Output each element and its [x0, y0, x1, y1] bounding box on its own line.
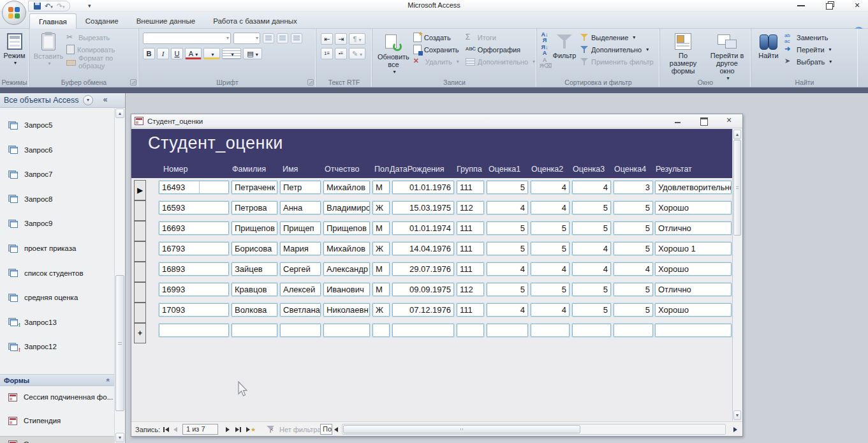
record-selector[interactable]	[134, 221, 146, 241]
new-record-cell[interactable]	[392, 324, 454, 337]
cell-r1-c9[interactable]: 4	[531, 181, 570, 194]
replace-button[interactable]: abac Заменить	[783, 31, 833, 43]
cell-r4-c5[interactable]: Ж	[372, 242, 390, 255]
align-left-icon[interactable]	[263, 33, 274, 43]
redo-icon[interactable]: ↷▾	[57, 2, 65, 10]
cell-r7-c1[interactable]: 17093	[159, 303, 229, 317]
nav-section-forms[interactable]: Формы«	[0, 374, 114, 386]
sort-descending-icon[interactable]: Я↓А	[540, 45, 550, 56]
format-painter-button[interactable]: Формат по образцу	[65, 56, 136, 68]
nav-pane-collapse-icon[interactable]: «	[99, 94, 111, 106]
record-selector-current[interactable]: ▶	[134, 180, 146, 200]
record-selector[interactable]	[134, 303, 146, 323]
cell-r3-c2[interactable]: Прищепов	[232, 222, 277, 235]
app-close-button[interactable]: ×	[853, 1, 862, 10]
cell-r3-c12[interactable]: Отлично	[655, 222, 732, 235]
refresh-all-button[interactable]: Обновить все	[375, 31, 412, 78]
cell-r4-c2[interactable]: Борисова	[232, 242, 277, 255]
numbered-list-icon[interactable]: 1≡	[321, 48, 333, 59]
cell-r2-c9[interactable]: 4	[531, 201, 570, 214]
last-record-button[interactable]	[235, 422, 241, 437]
cell-r3-c6[interactable]: 01.01.1974	[392, 222, 454, 235]
record-selector-new[interactable]: +	[134, 323, 146, 343]
nav-item-2[interactable]: Запрос6	[0, 142, 114, 158]
new-record-cell[interactable]	[655, 324, 732, 337]
record-selector[interactable]	[134, 241, 146, 262]
nav-form-item-2[interactable]: Стипендия	[0, 412, 114, 429]
nav-item-9[interactable]: +!Запрос13	[0, 315, 114, 330]
cell-r7-c11[interactable]: 5	[614, 303, 653, 317]
new-record-cell[interactable]	[572, 324, 611, 337]
select-button[interactable]: ➤ Выбрать	[783, 56, 833, 68]
goto-button[interactable]: ➜ Перейти	[783, 43, 833, 56]
cell-r7-c9[interactable]: 4	[531, 303, 570, 317]
nav-item-10[interactable]: ✕!Запрос12	[0, 339, 114, 354]
cell-r6-c5[interactable]: М	[372, 283, 390, 296]
nav-form-item-3[interactable]: Студент	[0, 436, 114, 443]
nav-item-1[interactable]: Запрос5	[0, 117, 114, 133]
form-hscroll-thumb[interactable]	[343, 425, 580, 433]
tab-rabota-s-bazami[interactable]: Работа с базами данных	[204, 13, 306, 29]
cell-r6-c2[interactable]: Кравцов	[232, 283, 277, 296]
toggle-filter-button[interactable]: Применить фильтр	[579, 56, 655, 68]
font-dialog-launcher[interactable]: ◿	[307, 79, 314, 86]
new-record-cell[interactable]	[232, 324, 277, 337]
cell-r6-c11[interactable]: 5	[614, 283, 653, 296]
cell-r6-c10[interactable]: 5	[572, 283, 611, 296]
record-selector[interactable]	[134, 282, 146, 303]
cell-r3-c1[interactable]: 16693	[159, 222, 229, 235]
record-search-box[interactable]: По	[320, 424, 332, 435]
new-record-cell[interactable]	[457, 324, 484, 337]
cell-r1-c6[interactable]: 01.01.1976	[392, 181, 454, 194]
cell-r1-c10[interactable]: 4	[572, 181, 611, 194]
cell-r5-c9[interactable]: 4	[531, 262, 570, 276]
form-close-button[interactable]: ×	[725, 116, 733, 125]
advanced-filter-button[interactable]: Дополнительно	[579, 43, 655, 56]
cell-r7-c7[interactable]: 111	[457, 303, 484, 317]
bullet-list-icon[interactable]: •≡	[335, 48, 347, 59]
fill-color-button[interactable]	[203, 48, 220, 59]
cell-r2-c2[interactable]: Петрова	[232, 201, 277, 214]
cell-r2-c4[interactable]: Владимиро	[323, 201, 370, 214]
cell-r5-c12[interactable]: Хорошо	[655, 262, 732, 276]
cell-r6-c12[interactable]: Отлично	[655, 283, 732, 296]
cell-r3-c11[interactable]: 5	[614, 222, 653, 235]
cell-r5-c8[interactable]: 4	[487, 262, 528, 276]
selection-button[interactable]: Выделение	[579, 31, 655, 43]
cell-r2-c1[interactable]: 16593	[159, 201, 229, 214]
spelling-button[interactable]: ABC✓ Орфография	[464, 43, 536, 56]
cell-r4-c7[interactable]: 111	[457, 242, 484, 255]
cell-r1-c1[interactable]: 16493	[159, 181, 229, 194]
paste-button[interactable]: Вставить	[32, 31, 65, 70]
nav-scrollbar-thumb[interactable]	[115, 275, 124, 411]
cell-r4-c12[interactable]: Хорошо 1	[655, 242, 732, 255]
new-record-button[interactable]: ★ Создать	[412, 31, 460, 43]
form-maximize-button[interactable]	[699, 116, 708, 125]
next-record-button[interactable]	[226, 422, 230, 437]
cell-r1-c5[interactable]: М	[372, 181, 390, 194]
cell-r5-c4[interactable]: Александр	[323, 262, 370, 276]
cell-r1-c8[interactable]: 5	[487, 181, 528, 194]
cell-r3-c7[interactable]: 111	[457, 222, 484, 235]
nav-item-3[interactable]: Запрос7	[0, 167, 114, 182]
new-record-button-nav[interactable]: ★	[246, 422, 256, 437]
record-selector[interactable]	[134, 262, 146, 282]
font-name-combobox[interactable]	[143, 33, 231, 44]
form-vscroll-thumb[interactable]	[733, 140, 741, 236]
cell-r5-c10[interactable]: 4	[572, 262, 611, 276]
splitter-icon[interactable]	[334, 422, 338, 437]
cell-r7-c6[interactable]: 07.12.1976	[392, 303, 454, 317]
cell-r4-c8[interactable]: 5	[487, 242, 528, 255]
cell-r5-c11[interactable]: 4	[614, 262, 653, 276]
cell-r4-c3[interactable]: Мария	[280, 242, 321, 255]
scroll-up-icon[interactable]: ▲	[115, 109, 124, 118]
app-minimize-button[interactable]	[797, 1, 805, 10]
cell-r7-c10[interactable]: 5	[572, 303, 611, 317]
cell-r2-c3[interactable]: Анна	[280, 201, 321, 214]
cell-r4-c1[interactable]: 16793	[159, 242, 229, 255]
cell-r2-c8[interactable]: 4	[487, 201, 528, 214]
office-button[interactable]	[2, 1, 26, 25]
form-scroll-up-icon[interactable]: ▲	[733, 130, 741, 139]
cell-r6-c8[interactable]: 5	[487, 283, 528, 296]
cell-r1-c4[interactable]: Михайлов	[323, 181, 370, 194]
